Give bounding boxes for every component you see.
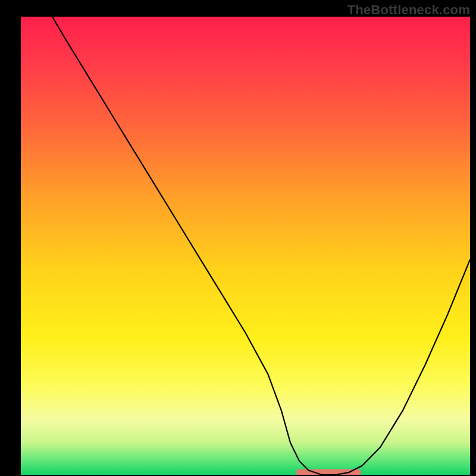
gradient-background <box>21 17 470 475</box>
plot-area <box>21 17 470 475</box>
chart-frame: TheBottleneck.com <box>0 0 476 476</box>
bottleneck-chart <box>21 17 470 475</box>
watermark-text: TheBottleneck.com <box>347 2 470 18</box>
